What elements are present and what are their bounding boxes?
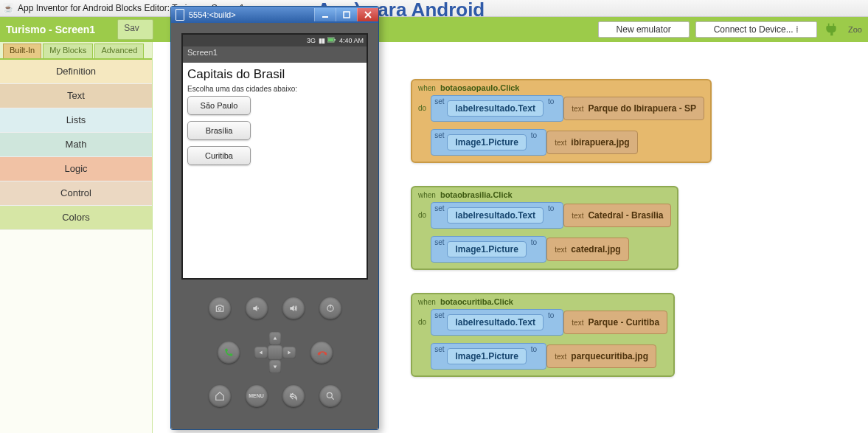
emulator-titlebar[interactable]: 5554:<build> — [171, 7, 378, 23]
text-block[interactable]: text parquecuritiba.jpg — [546, 344, 656, 368]
close-button[interactable] — [357, 8, 378, 21]
new-emulator-button[interactable]: New emulator — [598, 21, 690, 38]
palette-item-lists[interactable]: Lists — [0, 108, 152, 133]
event-name: botaobrasilia.Click — [440, 190, 513, 199]
palette-item-math[interactable]: Math — [0, 133, 152, 157]
emulator-title: 5554:<build> — [189, 10, 236, 19]
event-block-saopaulo[interactable]: when botaosaopaulo.Click do set labelres… — [411, 79, 712, 163]
svg-rect-3 — [328, 38, 333, 41]
event-name: botaocuritiba.Click — [440, 297, 513, 306]
emulator-window[interactable]: 5554:<build> 3G ▮▮ 4:40 AM Screen1 C — [170, 6, 379, 430]
menu-button[interactable]: MENU — [246, 385, 268, 407]
signal-icon: ▮▮ — [319, 37, 324, 44]
city-button-curitiba[interactable]: Curitiba — [187, 146, 251, 165]
palette: Built-In My Blocks Advanced Definition T… — [0, 42, 153, 433]
text-block[interactable]: text ibirapuera.jpg — [546, 131, 637, 154]
phone-hw-controls: MENU — [181, 280, 368, 419]
volume-up-button[interactable] — [282, 297, 305, 319]
svg-rect-0 — [322, 16, 328, 18]
minimize-button[interactable] — [314, 8, 336, 21]
dpad-up[interactable] — [269, 332, 281, 345]
breadcrumb: Turismo - Screen1 — [6, 24, 95, 35]
city-button-brasilia[interactable]: Brasília — [187, 121, 251, 140]
search-button[interactable] — [319, 385, 341, 407]
svg-rect-7 — [330, 305, 330, 308]
text-block[interactable]: text Catedral - Brasília — [563, 204, 671, 227]
3g-icon: 3G — [307, 37, 316, 44]
tab-built-in[interactable]: Built-In — [3, 44, 41, 58]
dpad-down[interactable] — [269, 360, 281, 373]
event-block-curitiba[interactable]: when botaocuritiba.Click do set labelres… — [411, 293, 675, 377]
dpad-left[interactable] — [254, 347, 268, 358]
text-block[interactable]: text Parque - Curitiba — [563, 311, 667, 334]
event-name: botaosaopaulo.Click — [440, 83, 520, 92]
app-content: Capitais do Brasil Escolha uma das cidad… — [183, 63, 367, 278]
tab-my-blocks[interactable]: My Blocks — [43, 44, 93, 58]
volume-down-button[interactable] — [246, 297, 268, 319]
event-block-brasilia[interactable]: when botaobrasilia.Click do set labelres… — [411, 186, 678, 270]
connect-device-button[interactable]: Connect to Device... ⁞ — [695, 21, 817, 38]
status-bar: 3G ▮▮ 4:40 AM — [183, 35, 367, 46]
dpad[interactable] — [254, 332, 296, 373]
set-block[interactable]: set labelresultado.Text to text Parque -… — [431, 309, 667, 336]
set-block[interactable]: set labelresultado.Text to text Parque d… — [431, 95, 704, 122]
set-block[interactable]: set Image1.Picture to text ibirapuera.jp… — [431, 129, 704, 156]
text-block[interactable]: text catedral.jpg — [546, 238, 628, 261]
java-icon: ☕ — [3, 3, 13, 13]
palette-item-logic[interactable]: Logic — [0, 157, 152, 181]
home-button[interactable] — [209, 385, 231, 407]
battery-icon — [327, 37, 336, 44]
palette-item-control[interactable]: Control — [0, 181, 152, 206]
camera-button[interactable] — [209, 297, 231, 319]
tab-advanced[interactable]: Advanced — [94, 44, 144, 58]
set-block[interactable]: set Image1.Picture to text parquecuritib… — [431, 343, 667, 370]
set-block[interactable]: set Image1.Picture to text catedral.jpg — [431, 236, 671, 263]
svg-point-8 — [327, 392, 332, 398]
back-button[interactable] — [282, 385, 305, 407]
svg-rect-1 — [344, 12, 350, 18]
palette-tabs: Built-In My Blocks Advanced — [0, 42, 152, 60]
status-time: 4:40 AM — [339, 37, 364, 44]
app-title: Capitais do Brasil — [187, 67, 362, 82]
save-button[interactable]: Sav — [117, 19, 153, 40]
phone-icon — [176, 9, 184, 21]
app-bar: Screen1 — [183, 46, 367, 63]
svg-rect-4 — [334, 39, 336, 41]
palette-item-definition[interactable]: Definition — [0, 60, 152, 84]
city-button-saopaulo[interactable]: São Paulo — [187, 96, 251, 115]
palette-item-colors[interactable]: Colors — [0, 206, 152, 230]
zoom-label: Zoo — [848, 25, 862, 34]
dpad-right[interactable] — [282, 347, 296, 358]
phone-screen[interactable]: 3G ▮▮ 4:40 AM Screen1 Capitais do Brasil… — [181, 33, 368, 280]
maximize-button[interactable] — [336, 8, 357, 21]
palette-item-text[interactable]: Text — [0, 84, 152, 108]
app-subtitle: Escolha uma das cidades abaixo: — [187, 85, 362, 93]
plug-icon[interactable] — [823, 21, 839, 38]
call-button[interactable] — [218, 342, 240, 364]
text-block[interactable]: text Parque do Ibirapuera - SP — [563, 97, 704, 120]
power-button[interactable] — [319, 297, 341, 319]
svg-point-5 — [218, 308, 221, 311]
workspace: Built-In My Blocks Advanced Definition T… — [0, 42, 868, 433]
dpad-center[interactable] — [268, 345, 282, 360]
end-call-button[interactable] — [310, 342, 333, 364]
set-block[interactable]: set labelresultado.Text to text Catedral… — [431, 202, 671, 229]
